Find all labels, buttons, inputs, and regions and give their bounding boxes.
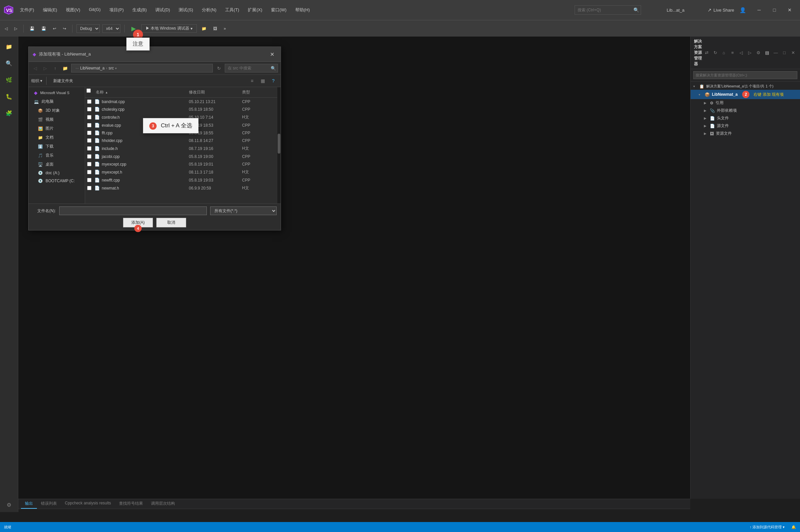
panel-minimize[interactable]: — bbox=[772, 49, 779, 57]
table-row[interactable]: 📄hholder.cpp 08.11.8 14:27 CPP bbox=[85, 137, 277, 144]
sidebar-downloads[interactable]: ⬇️ 下载 bbox=[28, 142, 85, 151]
source-control-button[interactable]: ↑ 添加到源代码管理 ▾ bbox=[748, 525, 786, 530]
table-row[interactable]: 📄newmat.h 06.9.9 20:59 H文 bbox=[85, 184, 277, 192]
col-header-type[interactable]: 类型 bbox=[240, 89, 266, 96]
new-folder-button[interactable]: 新建文件夹 bbox=[51, 77, 76, 85]
menu-debug[interactable]: 调试(D) bbox=[151, 6, 174, 14]
sidebar-icon-debug2[interactable]: 🐛 bbox=[2, 89, 16, 104]
table-row[interactable]: 📄newfft.cpp 05.8.19 19:03 CPP bbox=[85, 176, 277, 184]
tree-external-deps[interactable]: ▶ 📎 外部依赖项 bbox=[691, 107, 800, 114]
menu-test[interactable]: 测试(S) bbox=[175, 6, 197, 14]
toolbar-redo[interactable]: ↪ bbox=[61, 25, 68, 32]
sidebar-bootcamp[interactable]: 💿 BOOTCAMP (C: bbox=[28, 177, 85, 185]
toolbar-save[interactable]: 💾 bbox=[27, 25, 37, 32]
tab-call-hierarchy[interactable]: 调用层次结构 bbox=[147, 499, 179, 509]
menu-view[interactable]: 视图(V) bbox=[62, 6, 84, 14]
col-header-date[interactable]: 修改日期 bbox=[186, 89, 240, 96]
sidebar-3d[interactable]: 📦 3D 对象 bbox=[28, 106, 85, 115]
panel-tool-view[interactable]: ▤ bbox=[763, 49, 771, 57]
toolbar-undo[interactable]: ↩ bbox=[51, 25, 58, 32]
debug-config-select[interactable]: Debug bbox=[76, 24, 100, 33]
sidebar-icon-explorer[interactable]: 📁 bbox=[2, 39, 16, 54]
panel-tool-filter[interactable]: ≡ bbox=[729, 49, 736, 57]
col-header-name[interactable]: 名称 ▲ bbox=[93, 89, 186, 96]
tree-references[interactable]: ▶ ⚙ 引用 bbox=[691, 99, 800, 107]
platform-select[interactable]: x64 bbox=[102, 24, 120, 33]
tree-headers[interactable]: ▶ 📄 头文件 bbox=[691, 114, 800, 122]
tab-cppcheck[interactable]: Cppcheck analysis results bbox=[61, 499, 115, 509]
file-checkbox-11[interactable] bbox=[87, 186, 92, 190]
panel-tool-refresh[interactable]: ↻ bbox=[711, 49, 719, 57]
menu-project[interactable]: 项目(P) bbox=[106, 6, 128, 14]
table-row[interactable]: 📄myexcept.h 08.11.3 17:18 H文 bbox=[85, 168, 277, 176]
tab-errors[interactable]: 错误列表 bbox=[37, 499, 61, 509]
file-checkbox-6[interactable] bbox=[87, 146, 92, 151]
file-checkbox-10[interactable] bbox=[87, 178, 92, 182]
panel-tool-sync[interactable]: ⇄ bbox=[703, 49, 710, 57]
view-grid-button[interactable]: ▦ bbox=[258, 76, 267, 86]
sidebar-icon-git[interactable]: 🌿 bbox=[2, 73, 16, 87]
menu-window[interactable]: 窗口(W) bbox=[267, 6, 291, 14]
menu-build[interactable]: 生成(B) bbox=[128, 6, 151, 14]
view-help-button[interactable]: ? bbox=[269, 76, 278, 86]
status-ready[interactable]: 就绪 bbox=[3, 525, 13, 530]
organize-button[interactable]: 组织 ▾ bbox=[31, 78, 42, 84]
menu-edit[interactable]: 编辑(E) bbox=[39, 6, 61, 14]
menu-git[interactable]: Git(G) bbox=[85, 6, 104, 14]
menu-file[interactable]: 文件(F) bbox=[16, 6, 38, 14]
table-row[interactable]: 📄bandmat.cpp 05.10.21 13:21 CPP bbox=[85, 98, 277, 106]
dialog-close-button[interactable]: ✕ bbox=[267, 50, 277, 59]
table-row[interactable]: 📄include.h 08.7.19 19:16 H文 bbox=[85, 144, 277, 153]
sidebar-video[interactable]: 🎬 视频 bbox=[28, 115, 85, 124]
close-button[interactable]: ✕ bbox=[782, 5, 797, 15]
toolbar-extra1[interactable]: 📁 bbox=[199, 25, 208, 32]
file-checkbox-5[interactable] bbox=[87, 138, 92, 142]
address-path-display[interactable]: ··· LibNewmat_a › src ▾ bbox=[71, 64, 213, 73]
sidebar-this-pc[interactable]: 💻 此电脑 bbox=[28, 97, 85, 106]
tree-resources[interactable]: ▶ 🖼 资源文件 bbox=[691, 130, 800, 137]
table-row[interactable]: 📄jacobi.cpp 05.8.19 19:00 CPP bbox=[85, 153, 277, 160]
sidebar-music[interactable]: 🎵 音乐 bbox=[28, 151, 85, 160]
file-checkbox-9[interactable] bbox=[87, 170, 92, 174]
toolbar-extra2[interactable]: 🖼 bbox=[211, 25, 219, 32]
toolbar-more[interactable]: » bbox=[222, 25, 228, 32]
dialog-search-input[interactable] bbox=[225, 64, 278, 73]
file-checkbox-8[interactable] bbox=[87, 162, 92, 166]
file-checkbox-4[interactable] bbox=[87, 131, 92, 135]
menu-tools[interactable]: 工具(T) bbox=[221, 6, 243, 14]
nav-back-button[interactable]: ◁ bbox=[31, 64, 39, 72]
dialog-cancel-button[interactable]: 取消 bbox=[156, 218, 186, 227]
sidebar-icon-settings[interactable]: ⚙ bbox=[2, 497, 16, 512]
file-checkbox-7[interactable] bbox=[87, 154, 92, 158]
tree-sources[interactable]: ▶ 📄 源文件 bbox=[691, 122, 800, 130]
tab-find-symbol[interactable]: 查找符号结果 bbox=[115, 499, 147, 509]
panel-close[interactable]: ✕ bbox=[789, 49, 797, 57]
tree-solution-root[interactable]: ▾ 📋 解决方案'LibNewmat_a'(1 个项目/共 1 个) bbox=[691, 83, 800, 90]
title-search-input[interactable] bbox=[575, 5, 641, 15]
panel-tool-home[interactable]: ⌂ bbox=[720, 49, 727, 57]
minimize-button[interactable]: ─ bbox=[751, 5, 767, 15]
toolbar-back[interactable]: ◁ bbox=[3, 25, 9, 32]
filename-input[interactable] bbox=[59, 207, 207, 215]
sidebar-pictures[interactable]: 🖼️ 图片 bbox=[28, 124, 85, 133]
sidebar-icon-extensions[interactable]: 🧩 bbox=[2, 106, 16, 120]
nav-up-button[interactable]: ↑ bbox=[51, 64, 59, 72]
sidebar-doc-a[interactable]: 💿 doc (A:) bbox=[28, 169, 85, 177]
sidebar-docs[interactable]: 📁 文档 bbox=[28, 133, 85, 142]
sidebar-icon-search[interactable]: 🔍 bbox=[2, 56, 16, 71]
panel-tool-settings2[interactable]: ⚙ bbox=[755, 49, 762, 57]
select-all-checkbox[interactable] bbox=[87, 89, 91, 93]
debugger-button[interactable]: ▶ 本地 Windows 调试器 ▾ bbox=[141, 24, 197, 33]
maximize-button[interactable]: □ bbox=[767, 5, 782, 15]
menu-help[interactable]: 帮助(H) bbox=[291, 6, 314, 14]
file-checkbox-0[interactable] bbox=[87, 99, 92, 104]
sidebar-ms-visual[interactable]: ◆ Microsoft Visual S bbox=[28, 89, 85, 97]
panel-float[interactable]: □ bbox=[781, 49, 788, 57]
tab-output[interactable]: 输出 bbox=[21, 499, 37, 509]
solution-search-input[interactable] bbox=[693, 71, 797, 79]
table-row[interactable]: 📄myexcept.cpp 05.8.19 19:01 CPP bbox=[85, 160, 277, 168]
notification-button[interactable]: 🔔 bbox=[790, 525, 797, 529]
toolbar-forward[interactable]: ▷ bbox=[12, 25, 19, 32]
file-list-scrollbar[interactable] bbox=[277, 87, 281, 204]
nav-refresh-button[interactable]: ↻ bbox=[215, 64, 223, 72]
